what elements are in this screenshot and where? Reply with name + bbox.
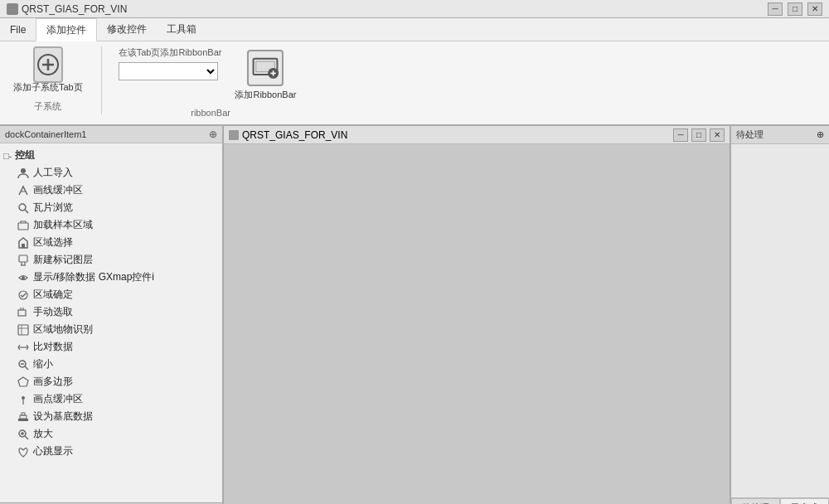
- heart-icon: [17, 445, 30, 458]
- center-close-btn[interactable]: ✕: [710, 128, 725, 142]
- svg-point-9: [21, 168, 26, 173]
- right-panel-pin[interactable]: ⊕: [817, 129, 824, 140]
- svg-rect-14: [22, 244, 25, 248]
- svg-point-19: [22, 276, 25, 279]
- menu-add-control[interactable]: 添加控件: [36, 18, 97, 41]
- list-item[interactable]: 缩小: [13, 356, 222, 373]
- zoom-out-icon: [17, 358, 30, 371]
- ribbonbar-dropdown-label: 在该Tab页添加RibbonBar: [119, 46, 222, 59]
- svg-marker-31: [18, 377, 28, 386]
- tree-item-label: 新建标记图层: [33, 253, 93, 267]
- list-item[interactable]: 心跳显示: [13, 443, 222, 460]
- svg-line-29: [25, 366, 28, 370]
- tree-item-label: 区域确定: [33, 288, 73, 302]
- list-item[interactable]: 放大: [13, 425, 222, 443]
- list-item[interactable]: 区域地物识别: [13, 321, 222, 338]
- minimize-button[interactable]: ─: [768, 2, 783, 16]
- title-bar: QRST_GIAS_FOR_VIN ─ □ ✕: [0, 0, 829, 18]
- list-item[interactable]: 显示/移除数据 GXmap控件i: [13, 269, 222, 286]
- polygon-icon: [17, 376, 30, 389]
- zoom-in-icon: [17, 428, 30, 441]
- right-panel-title: 待处理: [736, 128, 764, 141]
- right-panel: 待处理 ⊕ 待处理 已完成: [730, 126, 829, 504]
- dot-icon: [17, 393, 30, 406]
- manual-icon: [17, 306, 30, 319]
- tree-item-label: 画线缓冲区: [33, 183, 83, 197]
- tab-pending[interactable]: 待处理: [731, 498, 780, 504]
- svg-point-32: [22, 396, 25, 400]
- list-item[interactable]: 比对数据: [13, 338, 222, 356]
- svg-rect-35: [20, 415, 27, 419]
- ribbon-group-ribbonbar-content: 在该Tab页添加RibbonBar: [119, 46, 303, 104]
- tree-root: □- 控组 人工导入: [0, 143, 222, 463]
- center-panel: QRST_GIAS_FOR_VIN ─ □ ✕: [224, 126, 730, 504]
- center-panel-title: QRST_GIAS_FOR_VIN: [242, 129, 347, 141]
- load-icon: [17, 219, 30, 232]
- close-button[interactable]: ✕: [807, 2, 822, 16]
- center-restore-btn[interactable]: □: [691, 128, 706, 142]
- add-ribbonbar-button[interactable]: 添加RibbonBar: [228, 46, 303, 104]
- center-panel-header: QRST_GIAS_FOR_VIN ─ □ ✕: [224, 126, 730, 144]
- tree-item-label: 画多边形: [33, 375, 73, 389]
- svg-rect-24: [18, 325, 28, 335]
- compare-icon: [17, 341, 30, 354]
- tree-item-label: 人工导入: [33, 166, 73, 180]
- tree-item-label: 显示/移除数据 GXmap控件i: [33, 270, 154, 284]
- toggle-icon: [17, 271, 30, 284]
- app-icon: [7, 3, 18, 15]
- list-item[interactable]: 区域选择: [13, 234, 222, 251]
- tree-item-label: 缩小: [33, 357, 53, 371]
- tree-container[interactable]: □- 控组 人工导入: [0, 143, 222, 502]
- tree-item-label: 手动选取: [33, 305, 73, 319]
- center-minimize-btn[interactable]: ─: [673, 128, 688, 142]
- ribbonbar-group-label: ribbonBar: [191, 108, 230, 118]
- tree-item-label: 心跳显示: [33, 444, 73, 458]
- svg-line-12: [25, 210, 28, 213]
- right-panel-content: [731, 144, 829, 497]
- ribbon-group-ribbonbar: 在该Tab页添加RibbonBar: [119, 46, 317, 119]
- list-item[interactable]: 手动选取: [13, 303, 222, 321]
- title-bar-title: QRST_GIAS_FOR_VIN: [22, 3, 127, 15]
- add-tab-label: 添加子系统Tab页: [13, 81, 83, 94]
- ribbon-group-subsystem-content: 添加子系统Tab页: [8, 46, 88, 97]
- svg-rect-36: [22, 413, 25, 415]
- tree-item-label: 画点缓冲区: [33, 392, 83, 406]
- list-item[interactable]: 瓦片浏览: [13, 199, 222, 216]
- title-bar-controls: ─ □ ✕: [768, 2, 822, 16]
- center-panel-controls: ─ □ ✕: [673, 128, 725, 142]
- list-item[interactable]: 区域确定: [13, 286, 222, 303]
- ribbonbar-dropdown: 在该Tab页添加RibbonBar: [119, 46, 222, 80]
- list-item[interactable]: 加载样本区域: [13, 216, 222, 234]
- left-panel-pin[interactable]: ⊕: [209, 128, 217, 140]
- list-item[interactable]: 画线缓冲区: [13, 182, 222, 199]
- restore-button[interactable]: □: [788, 2, 802, 16]
- right-panel-footer: 待处理 已完成: [731, 497, 829, 504]
- title-bar-left: QRST_GIAS_FOR_VIN: [7, 3, 127, 15]
- person-icon: [17, 167, 30, 180]
- menu-modify-control[interactable]: 修改控件: [97, 18, 157, 41]
- svg-rect-15: [19, 255, 27, 262]
- tree-root-node[interactable]: □- 控组: [0, 147, 222, 164]
- main-layout: dockContainerItem1 ⊕ □- 控组 人工导入: [0, 126, 829, 504]
- add-tab-circle: [33, 46, 63, 83]
- menu-toolbox[interactable]: 工具箱: [157, 18, 206, 41]
- tree-item-label: 瓦片浏览: [33, 201, 73, 215]
- right-panel-header: 待处理 ⊕: [731, 126, 829, 144]
- menu-file[interactable]: File: [0, 18, 36, 41]
- center-app-icon: [229, 130, 239, 140]
- left-panel: dockContainerItem1 ⊕ □- 控组 人工导入: [0, 126, 224, 504]
- ribbonbar-select[interactable]: [119, 62, 218, 80]
- subsystem-group-label: 子系统: [34, 100, 61, 113]
- add-tab-button[interactable]: 添加子系统Tab页: [8, 46, 88, 97]
- list-item[interactable]: 画多边形: [13, 373, 222, 390]
- add-ribbonbar-label: 添加RibbonBar: [235, 89, 296, 101]
- list-item[interactable]: 画点缓冲区: [13, 390, 222, 408]
- add-tab-icon: [33, 50, 63, 80]
- list-item[interactable]: 新建标记图层: [13, 251, 222, 269]
- tree-item-label: 区域地物识别: [33, 322, 93, 337]
- region-icon: [17, 236, 30, 250]
- list-item[interactable]: 人工导入: [13, 164, 222, 182]
- tree-item-label: 区域选择: [33, 235, 73, 250]
- tab-done[interactable]: 已完成: [780, 498, 829, 504]
- list-item[interactable]: 设为基底数据: [13, 408, 222, 425]
